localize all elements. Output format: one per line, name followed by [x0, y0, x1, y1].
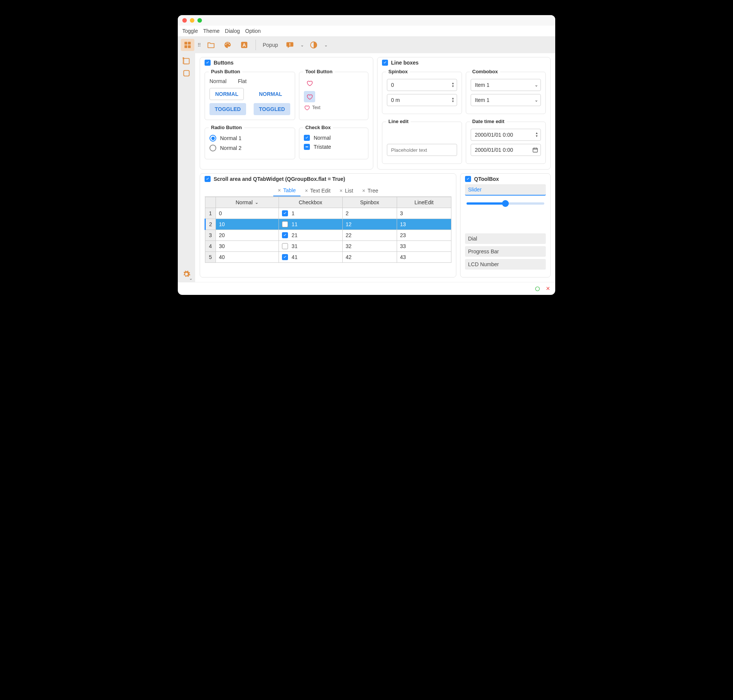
drag-handle-icon[interactable]: ⠿	[197, 42, 201, 48]
status-close-icon[interactable]: ×	[546, 285, 550, 293]
toolbar-font-button[interactable]: A	[237, 39, 251, 51]
combobox-2[interactable]: Item 1⌄	[471, 94, 541, 106]
cell-normal[interactable]: 20	[216, 230, 279, 241]
tab-table[interactable]: ×Table	[273, 185, 300, 196]
spinbox-arrows-icon[interactable]: ▲▼	[451, 97, 454, 103]
spinbox-1[interactable]: 0▲▼	[387, 79, 457, 91]
cell-spinbox[interactable]: 32	[342, 241, 397, 252]
menu-toggle[interactable]: Toggle	[182, 28, 198, 34]
sidebar-dock-icon[interactable]	[182, 57, 191, 65]
push-normal-button[interactable]: NORMAL	[209, 88, 244, 100]
qtoolbox-checkbox[interactable]	[465, 176, 471, 182]
push-flat-normal-button[interactable]: NORMAL	[254, 88, 287, 100]
table-row[interactable]: 1 0 1 2 3	[205, 208, 451, 219]
sidebar-square-icon[interactable]	[182, 69, 191, 77]
lineboxes-panel-checkbox[interactable]	[382, 60, 388, 66]
row-header[interactable]: 1	[205, 208, 216, 219]
cell-lineedit[interactable]: 33	[397, 241, 451, 252]
table-row[interactable]: 2 10 11 12 13	[205, 219, 451, 230]
menu-option[interactable]: Option	[245, 28, 261, 34]
tool-heart-text[interactable]: Text	[304, 105, 320, 111]
cell-spinbox[interactable]: 12	[342, 219, 397, 230]
datetime-2[interactable]: 2000/01/01 0:00	[471, 144, 541, 156]
chevron-down-icon[interactable]: ⌄	[534, 97, 538, 103]
row-checkbox[interactable]	[282, 254, 288, 260]
menu-theme[interactable]: Theme	[203, 28, 220, 34]
row-checkbox[interactable]	[282, 243, 288, 249]
push-flat-toggled-button[interactable]: TOGGLED	[254, 103, 290, 115]
cell-normal[interactable]: 40	[216, 252, 279, 263]
tab-textedit[interactable]: ×Text Edit	[300, 185, 335, 196]
cell-checkbox[interactable]: 11	[279, 219, 342, 230]
calendar-icon[interactable]	[532, 147, 538, 153]
toolbox-slider-header[interactable]: Slider	[465, 184, 546, 196]
cell-checkbox[interactable]: 21	[279, 230, 342, 241]
cell-lineedit[interactable]: 13	[397, 219, 451, 230]
col-spinbox[interactable]: Spinbox	[342, 197, 397, 208]
row-checkbox[interactable]	[282, 221, 288, 227]
lineedit-input[interactable]	[387, 144, 457, 156]
cell-spinbox[interactable]: 2	[342, 208, 397, 219]
menu-dialog[interactable]: Dialog	[225, 28, 240, 34]
toolbar-message-button[interactable]	[283, 39, 297, 51]
radio-normal-1[interactable]: Normal 1	[209, 135, 290, 142]
close-icon[interactable]: ×	[340, 188, 343, 194]
toolbar-palette-button[interactable]	[221, 39, 234, 51]
zoom-traffic-light[interactable]	[197, 18, 202, 23]
radio-normal-2[interactable]: Normal 2	[209, 145, 290, 151]
close-icon[interactable]: ×	[362, 188, 365, 194]
spinbox-arrows-icon[interactable]: ▲▼	[451, 82, 454, 88]
close-traffic-light[interactable]	[182, 18, 187, 23]
row-header[interactable]: 2	[205, 219, 216, 230]
toolbox-lcd-header[interactable]: LCD Number	[465, 259, 546, 270]
buttons-panel-checkbox[interactable]	[205, 60, 211, 66]
close-icon[interactable]: ×	[305, 188, 308, 194]
datetime-1[interactable]: 2000/01/01 0:00▲▼	[471, 129, 541, 141]
row-checkbox[interactable]	[282, 210, 288, 216]
slider-thumb[interactable]	[502, 200, 509, 207]
cell-spinbox[interactable]: 22	[342, 230, 397, 241]
cell-checkbox[interactable]: 41	[279, 252, 342, 263]
tool-heart-selected[interactable]	[304, 91, 315, 102]
checkbox-tristate[interactable]	[304, 144, 310, 150]
cell-lineedit[interactable]: 3	[397, 208, 451, 219]
row-header[interactable]: 5	[205, 252, 216, 263]
cell-normal[interactable]: 0	[216, 208, 279, 219]
combobox-1[interactable]: Item 1⌄	[471, 79, 541, 91]
chevron-down-icon[interactable]: ⌄	[255, 200, 259, 205]
table-row[interactable]: 4 30 31 32 33	[205, 241, 451, 252]
cell-lineedit[interactable]: 23	[397, 230, 451, 241]
row-header[interactable]: 4	[205, 241, 216, 252]
toolbar-folder-button[interactable]	[204, 39, 218, 51]
tab-list[interactable]: ×List	[335, 185, 358, 196]
close-icon[interactable]: ×	[278, 187, 281, 193]
checkbox-normal[interactable]	[304, 135, 310, 141]
row-checkbox[interactable]	[282, 232, 288, 238]
cell-normal[interactable]: 30	[216, 241, 279, 252]
cell-normal[interactable]: 10	[216, 219, 279, 230]
toolbox-dial-header[interactable]: Dial	[465, 233, 546, 244]
table-row[interactable]: 3 20 21 22 23	[205, 230, 451, 241]
chevron-down-icon[interactable]: ⌄	[534, 82, 538, 88]
push-toggled-button[interactable]: TOGGLED	[209, 103, 246, 115]
tab-tree[interactable]: ×Tree	[358, 185, 383, 196]
table-row[interactable]: 5 40 41 42 43	[205, 252, 451, 263]
col-lineedit[interactable]: LineEdit	[397, 197, 451, 208]
sidebar-settings-button[interactable]: ⌄	[182, 270, 191, 278]
scroll-panel-checkbox[interactable]	[205, 176, 211, 182]
tool-heart-outline[interactable]	[304, 77, 315, 89]
toolbar-contrast-button[interactable]	[307, 39, 320, 51]
toolbar-grid-button[interactable]	[181, 39, 194, 51]
col-normal[interactable]: Normal⌄	[216, 197, 279, 208]
cell-spinbox[interactable]: 42	[342, 252, 397, 263]
chevron-down-icon[interactable]: ⌄	[300, 43, 304, 48]
spinbox-arrows-icon[interactable]: ▲▼	[535, 132, 538, 138]
data-table[interactable]: Normal⌄ Checkbox Spinbox LineEdit 1 0 1 …	[205, 197, 451, 263]
cell-checkbox[interactable]: 1	[279, 208, 342, 219]
chevron-down-icon[interactable]: ⌄	[324, 43, 328, 48]
cell-checkbox[interactable]: 31	[279, 241, 342, 252]
minimize-traffic-light[interactable]	[190, 18, 194, 23]
toolbox-progress-header[interactable]: Progress Bar	[465, 246, 546, 257]
cell-lineedit[interactable]: 43	[397, 252, 451, 263]
col-checkbox[interactable]: Checkbox	[279, 197, 342, 208]
